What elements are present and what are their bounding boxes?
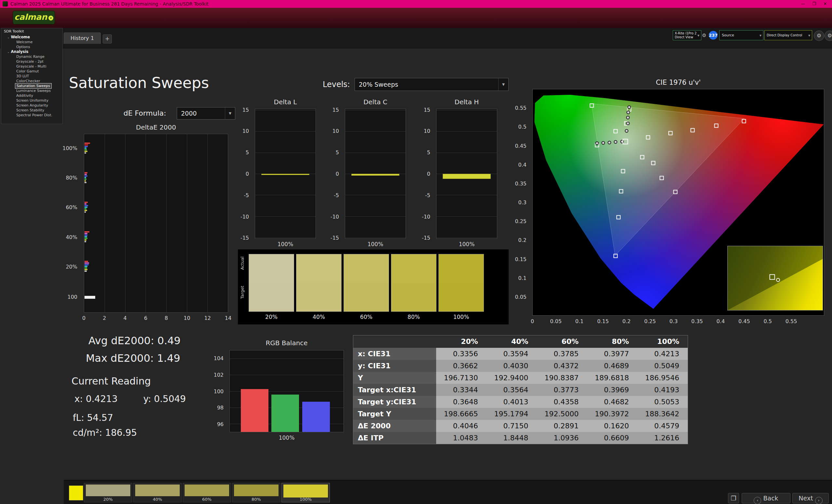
y-tick-label: -5 xyxy=(244,192,249,198)
y-tick-label: 96 xyxy=(217,421,224,427)
deltae-y-axis: 100%80%60%40%20%100 xyxy=(49,134,81,313)
sidebar-item-saturation-sweeps[interactable]: Saturation Sweeps xyxy=(15,83,51,88)
table-value-cell: 0.4193 xyxy=(637,384,688,396)
thumbnail-80%[interactable]: 80% xyxy=(232,483,281,502)
sidebar-item-3d-lut[interactable]: 3D LUT xyxy=(1,74,62,79)
settings-gear-button[interactable]: ⚙ xyxy=(814,30,824,41)
measured-point-marker xyxy=(627,111,630,114)
source-dropdown[interactable]: Source ▾ xyxy=(719,30,763,40)
maximize-button[interactable]: ❐ xyxy=(809,0,820,8)
sidebar-item-screen-uniformity[interactable]: Screen Uniformity xyxy=(1,98,62,103)
sidebar-item-options[interactable]: Options xyxy=(1,45,62,49)
minimize-button[interactable]: — xyxy=(798,0,809,8)
table-value-cell: 186.9546 xyxy=(637,372,688,384)
y-tick-label: 15 xyxy=(333,107,339,113)
y-tick-label: -5 xyxy=(425,192,430,198)
measured-point-marker xyxy=(626,116,629,119)
cie-chart-plot xyxy=(532,89,824,316)
y-tick-label: -15 xyxy=(240,235,249,241)
sidebar-item-screen-angularity[interactable]: Screen Angularity xyxy=(1,103,62,108)
y-tick-label: 15 xyxy=(424,107,430,113)
sidebar-section-analysis[interactable]: ⌄Analysis xyxy=(1,49,62,54)
table-row-label: Target Y xyxy=(353,408,436,420)
inset-current-target-marker xyxy=(770,274,775,280)
thumbnail-20%[interactable]: 20% xyxy=(84,483,132,502)
rgb-balance-plot xyxy=(230,350,344,432)
next-button[interactable]: Next › xyxy=(792,493,829,503)
sidebar-header: SDR Toolkit xyxy=(1,28,62,35)
y-tick-label: 0 xyxy=(246,171,249,177)
target-point-marker xyxy=(619,189,623,194)
thumbnail-patch xyxy=(234,484,279,496)
x-tick-label: 0.15 xyxy=(597,318,609,325)
table-value-cell: 0.3969 xyxy=(587,384,637,396)
restore-layout-button[interactable]: ❐ xyxy=(728,493,739,503)
y-tick-label: 0.5 xyxy=(518,124,526,130)
display-control-dropdown-icon: ▾ xyxy=(808,33,810,38)
sidebar-item-grayscale-multi[interactable]: Grayscale - Multi xyxy=(1,64,62,69)
meter-gear-icon[interactable]: ⚙ xyxy=(702,32,706,38)
de-formula-dropdown[interactable]: 2000 ▾ xyxy=(177,107,235,119)
sidebar-panel: SDR Toolkit ⌄WelcomeWelcomeOptions⌄Analy… xyxy=(1,28,63,124)
y-tick-label: 0.55 xyxy=(515,105,526,111)
target-point-marker xyxy=(646,135,650,139)
gridline xyxy=(255,110,316,110)
table-value-cell: 0.3662 xyxy=(436,360,487,372)
thumbnail-60%[interactable]: 60% xyxy=(183,483,231,502)
display-control-dropdown[interactable]: Direct Display Control ▾ xyxy=(764,30,812,40)
meter-button[interactable]: X-Rite i1Pro 2 Direct View ▾ xyxy=(673,30,701,40)
gridline xyxy=(345,152,406,153)
add-tab-button[interactable]: + xyxy=(103,34,112,44)
reading-fl: fL: 54.57 xyxy=(73,413,113,423)
y-tick-label: 0.25 xyxy=(515,218,526,224)
y-tick-label: 10 xyxy=(333,128,339,134)
de-bar xyxy=(84,238,87,239)
thumbnail-current-patch[interactable] xyxy=(69,485,83,500)
gridline xyxy=(255,237,316,238)
sidebar-item-dynamic-range[interactable]: Dynamic Range xyxy=(1,54,62,59)
swatch-label: 100% xyxy=(438,314,484,320)
close-button[interactable]: ✕ xyxy=(820,0,831,8)
back-button[interactable]: ‹ Back xyxy=(742,493,790,503)
levels-value: 20% Sweeps xyxy=(355,78,508,91)
sidebar-item-luminance-sweeps[interactable]: Luminance Sweeps xyxy=(1,88,62,93)
settings-gear-button-2[interactable]: ⚙ xyxy=(825,30,832,41)
rgb-balance-title: RGB Balance xyxy=(230,339,344,347)
sidebar-item-color-gamut[interactable]: Color Gamut xyxy=(1,69,62,74)
table-value-cell: 0.5049 xyxy=(637,360,688,372)
sidebar-item-welcome[interactable]: Welcome xyxy=(1,39,62,45)
x-tick-label: 0.45 xyxy=(738,318,750,325)
next-arrow-icon: › xyxy=(815,497,823,504)
y-tick-label: 0.1 xyxy=(518,275,526,281)
target-point-marker xyxy=(640,155,645,160)
cie-zoom-shade xyxy=(728,246,823,310)
de-bar xyxy=(84,269,87,270)
levels-dropdown[interactable]: 20% Sweeps ▾ xyxy=(355,78,509,91)
thumbnail-100%[interactable]: 100% xyxy=(282,483,330,502)
de-bar xyxy=(84,203,86,204)
thumbnail-40%[interactable]: 40% xyxy=(133,483,182,502)
sidebar-item-spectral-power-dist-[interactable]: Spectral Power Dist. xyxy=(1,113,62,117)
de-formula-dropdown-icon: ▾ xyxy=(225,108,235,119)
gridline xyxy=(255,152,316,153)
x-tick-label: 0 xyxy=(531,318,534,325)
delta-c-plot xyxy=(345,109,406,239)
y-tick-label: -10 xyxy=(331,213,339,220)
y-tick-label: 15 xyxy=(242,107,249,113)
y-tick-label: 0.3 xyxy=(518,199,526,205)
sidebar-item-additivity[interactable]: Additivity xyxy=(1,93,62,98)
sidebar-section-welcome[interactable]: ⌄Welcome xyxy=(1,35,62,39)
sidebar-item-grayscale-2pt[interactable]: Grayscale - 2pt xyxy=(1,59,62,64)
table-value-cell: 196.7130 xyxy=(436,372,487,384)
tab-history-1[interactable]: History 1 xyxy=(64,32,101,44)
table-value-cell: 0.3648 xyxy=(436,396,487,408)
titlebar: Calman 2025 Calman Ultimate for Business… xyxy=(0,0,832,8)
swatch-target xyxy=(439,283,484,311)
sidebar-item-screen-stability[interactable]: Screen Stability xyxy=(1,108,62,113)
sidebar-item-colorchecker[interactable]: ColorChecker xyxy=(1,79,62,83)
back-button-label: Back xyxy=(763,495,778,502)
application-window: Calman 2025 Calman Ultimate for Business… xyxy=(0,0,832,504)
measured-point-marker xyxy=(625,129,628,133)
calman-logo-button[interactable]: calman▾ xyxy=(13,11,55,24)
de-bar xyxy=(84,146,88,147)
